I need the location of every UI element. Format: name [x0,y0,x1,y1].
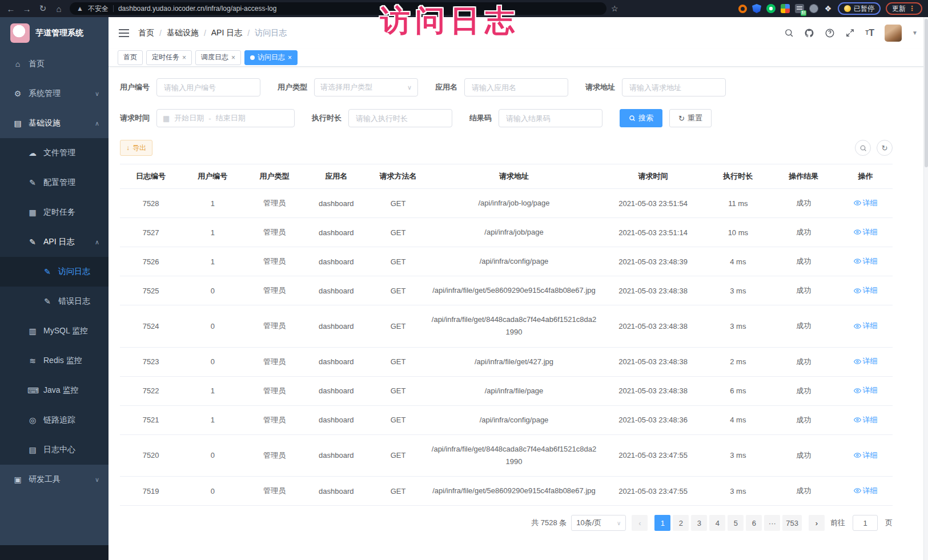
next-page-button[interactable]: › [809,515,825,531]
user-id-input[interactable] [156,78,260,96]
paused-chip[interactable]: 已暂停 [838,2,881,15]
breadcrumb-item[interactable]: API 日志 [211,28,242,38]
detail-link[interactable]: 详细 [854,321,878,331]
user-avatar[interactable] [885,25,902,42]
user-type-select[interactable]: 请选择用户类型 ∨ [314,78,418,96]
browser-home-icon[interactable]: ⌂ [54,4,64,14]
sidebar-item[interactable]: ◎ 链路追踪 [0,405,109,435]
extension-icon[interactable] [781,4,790,13]
detail-link[interactable]: 详细 [854,385,878,396]
cell-user-type: 管理员 [243,434,305,476]
translate-extension-icon[interactable]: 翻 [795,4,804,13]
close-icon[interactable]: × [182,54,186,62]
github-icon[interactable] [804,28,814,38]
cell-user-id: 1 [182,405,243,434]
browser-forward-icon[interactable]: → [22,4,32,14]
page-button[interactable]: 1 [654,515,670,531]
breadcrumb-item[interactable]: 基础设施 [167,28,199,38]
detail-link[interactable]: 详细 [854,486,878,496]
page-size-select[interactable]: 10条/页 ∨ [571,515,626,531]
sidebar-item[interactable]: ▦ 定时任务 [0,198,109,227]
request-time-label: 请求时间 [120,113,150,123]
fullscreen-icon[interactable] [845,28,855,38]
table-row: 7523 0 管理员 dashboard GET /api/infra/file… [120,347,893,376]
page-button[interactable]: 2 [673,515,689,531]
sidebar-item[interactable]: ≋ Redis 监控 [0,346,109,376]
help-icon[interactable] [825,28,835,38]
sidebar-item[interactable]: ✎ 错误日志 [0,287,109,316]
tab[interactable]: 首页 [118,50,143,65]
page-button[interactable]: 3 [691,515,707,531]
extension-icon[interactable] [766,4,776,13]
reset-button[interactable]: ↻ 重置 [669,109,712,127]
cell-app-name: dashboard [306,218,367,247]
sidebar-item[interactable]: ✎ API 日志 ∧ [0,227,109,257]
table-toolbar: ↓ 导出 ↻ [120,140,893,156]
pagination: 共 7528 条 10条/页 ∨ ‹ 123456···753 › 前往 页 [120,515,893,531]
detail-link[interactable]: 详细 [854,450,878,461]
cell-request-time: 2021-05-03 23:47:55 [599,434,707,476]
page-button[interactable]: 6 [746,515,762,531]
sidebar-item[interactable]: ⌂ 首页 [0,49,109,79]
detail-link[interactable]: 详细 [854,198,878,208]
sidebar-item[interactable]: ▤ 日志中心 [0,435,109,465]
cell-app-name: dashboard [306,405,367,434]
divider [113,5,114,12]
close-icon[interactable]: × [288,54,292,62]
scrollbar-thumb[interactable] [925,19,928,167]
close-icon[interactable]: × [231,54,235,62]
extension-icon[interactable] [738,5,747,13]
sidebar-item[interactable]: ⌨ Java 监控 [0,376,109,405]
export-button[interactable]: ↓ 导出 [120,140,152,156]
tab[interactable]: 访问日志 × [244,50,298,65]
font-size-icon[interactable]: TT [865,28,874,38]
sidebar-item[interactable]: ✎ 配置管理 [0,168,109,198]
page-button[interactable]: ··· [764,515,780,531]
extension-icon[interactable] [809,4,818,13]
prev-page-button[interactable]: ‹ [632,515,648,531]
browser-back-icon[interactable]: ← [6,4,16,14]
sidebar-item[interactable]: ▤ 基础设施 ∧ [0,108,109,138]
detail-link[interactable]: 详细 [854,256,878,267]
result-code-input[interactable] [499,109,602,127]
browser-menu-icon[interactable]: ⋮ [909,5,916,13]
bookmark-star-icon[interactable]: ☆ [611,4,618,13]
detail-link[interactable]: 详细 [854,415,878,425]
detail-link[interactable]: 详细 [854,285,878,296]
active-dot [250,55,255,60]
cell-method: GET [367,376,429,405]
tab[interactable]: 定时任务 × [146,50,192,65]
hamburger-icon[interactable] [119,33,129,34]
browser-reload-icon[interactable]: ↻ [38,3,48,14]
breadcrumb-item[interactable]: 首页 [138,28,154,38]
app-name-input[interactable] [464,78,568,96]
page-button[interactable]: 4 [709,515,725,531]
page-button[interactable]: 753 [782,515,802,531]
sidebar-item[interactable]: ▥ MySQL 监控 [0,316,109,346]
address-bar[interactable]: ▲ 不安全 dashboard.yudao.iocoder.cn/infra/l… [70,2,606,15]
search-button[interactable]: 搜索 [620,109,662,127]
search-icon[interactable] [784,28,794,38]
sidebar-item[interactable]: ☁ 文件管理 [0,138,109,168]
chevron-down-icon[interactable]: ▼ [912,30,918,36]
tab[interactable]: 调度日志 × [195,50,241,65]
update-button[interactable]: 更新 ⋮ [886,2,922,15]
duration-input[interactable] [348,109,452,127]
request-url-input[interactable] [622,78,726,96]
extensions-menu-icon[interactable]: ❖ [823,4,833,13]
sidebar-item[interactable]: ▣ 研发工具 ∨ [0,465,109,494]
sidebar-item[interactable]: ⚙ 系统管理 ∨ [0,79,109,108]
detail-link[interactable]: 详细 [854,227,878,237]
extension-icon[interactable] [752,4,761,13]
toggle-search-button[interactable] [855,140,871,156]
sidebar-item[interactable]: ✎ 访问日志 [0,257,109,287]
cell-duration: 3 ms [707,305,769,347]
user-type-label: 用户类型 [278,82,307,92]
page-scrollbar[interactable] [923,17,928,560]
date-range-picker[interactable]: ▦ 开始日期 - 结束日期 [156,109,295,127]
refresh-table-button[interactable]: ↻ [877,140,893,156]
goto-page-input[interactable] [853,515,878,531]
browser-chrome: ← → ↻ ⌂ ▲ 不安全 dashboard.yudao.iocoder.cn… [0,0,928,17]
page-button[interactable]: 5 [728,515,744,531]
detail-link[interactable]: 详细 [854,356,878,366]
